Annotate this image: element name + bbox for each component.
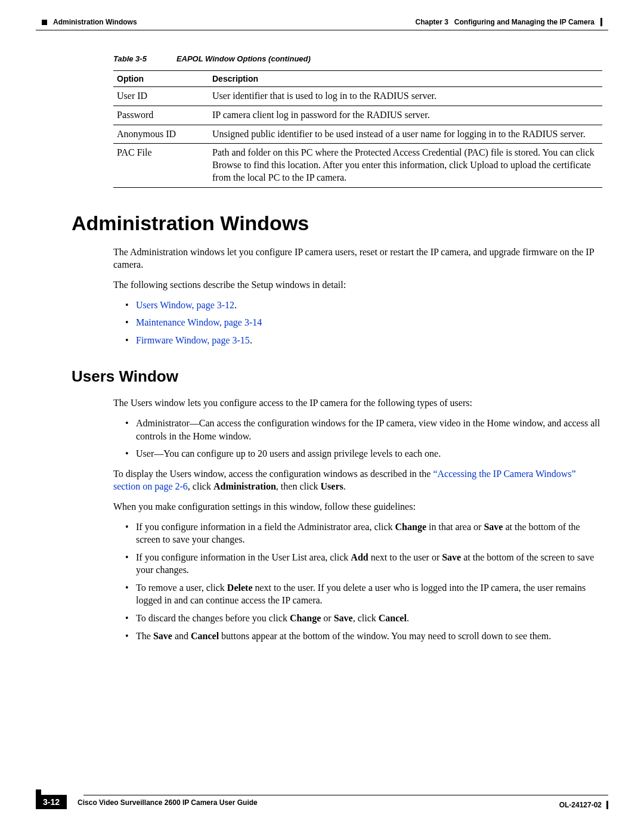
cell-description: IP camera client log in password for the… xyxy=(209,106,602,125)
header-marker-square xyxy=(42,20,47,25)
table-row: Password IP camera client log in passwor… xyxy=(113,106,602,125)
cell-option: Anonymous ID xyxy=(113,125,209,144)
running-section-name: Administration Windows xyxy=(53,18,137,26)
cell-option: User ID xyxy=(113,87,209,106)
list-item: If you configure information in a field … xyxy=(125,521,602,546)
list-item: The Save and Cancel buttons appear at th… xyxy=(125,630,602,643)
chapter-label: Chapter 3 xyxy=(416,18,448,26)
page-footer: 3-12 Cisco Video Surveillance 2600 IP Ca… xyxy=(36,789,608,809)
list-item: Maintenance Window, page 3-14 xyxy=(125,316,602,329)
body-paragraph: The Users window lets you configure acce… xyxy=(113,397,602,410)
body-paragraph: When you make configuration settings in … xyxy=(113,500,602,513)
footer-marker-square xyxy=(36,789,41,795)
footer-guide-title: Cisco Video Surveillance 2600 IP Camera … xyxy=(78,798,258,809)
section-heading: Administration Windows xyxy=(72,212,608,235)
list-item: To discard the changes before you click … xyxy=(125,612,602,625)
page-number-badge: 3-12 xyxy=(36,795,67,809)
list-item: User—You can configure up to 20 users an… xyxy=(125,447,602,460)
table-row: User ID User identifier that is used to … xyxy=(113,87,602,106)
cross-ref-link[interactable]: Maintenance Window, page 3-14 xyxy=(136,317,262,327)
list-item: To remove a user, click Delete next to t… xyxy=(125,581,602,607)
cross-ref-link[interactable]: Firmware Window, page 3-15 xyxy=(136,335,250,345)
cell-option: Password xyxy=(113,106,209,125)
cell-description: Unsigned public identifier to be used in… xyxy=(209,125,602,144)
body-paragraph: The Administration windows let you confi… xyxy=(113,246,602,271)
header-rule xyxy=(36,30,608,30)
list-item: Administrator—Can access the configurati… xyxy=(125,417,602,442)
chapter-title: Configuring and Managing the IP Camera xyxy=(454,18,595,26)
table-header-description: Description xyxy=(209,71,602,87)
list-item: Firmware Window, page 3-15. xyxy=(125,334,602,347)
options-table: Option Description User ID User identifi… xyxy=(113,70,602,188)
cell-option: PAC File xyxy=(113,144,209,187)
cross-ref-link[interactable]: Users Window, page 3-12 xyxy=(136,300,234,310)
cell-description: Path and folder on this PC where the Pro… xyxy=(209,144,602,187)
body-paragraph: To display the Users window, access the … xyxy=(113,467,602,493)
table-row: PAC File Path and folder on this PC wher… xyxy=(113,144,602,187)
footer-doc-id: OL-24127-02 xyxy=(559,801,602,809)
list-item: If you configure information in the User… xyxy=(125,551,602,577)
page-header: Administration Windows Chapter 3 Configu… xyxy=(36,18,608,26)
cell-description: User identifier that is used to log in t… xyxy=(209,87,602,106)
header-marker-bar xyxy=(600,18,602,26)
table-caption-label: Table 3-5 xyxy=(113,54,147,63)
table-caption: Table 3-5EAPOL Window Options (continued… xyxy=(113,54,602,63)
table-caption-title: EAPOL Window Options (continued) xyxy=(177,54,311,63)
body-paragraph: The following sections describe the Setu… xyxy=(113,278,602,292)
footer-marker-bar xyxy=(606,801,608,809)
list-item: Users Window, page 3-12. xyxy=(125,299,602,312)
table-row: Anonymous ID Unsigned public identifier … xyxy=(113,125,602,144)
table-header-option: Option xyxy=(113,71,209,87)
subsection-heading: Users Window xyxy=(72,367,608,386)
